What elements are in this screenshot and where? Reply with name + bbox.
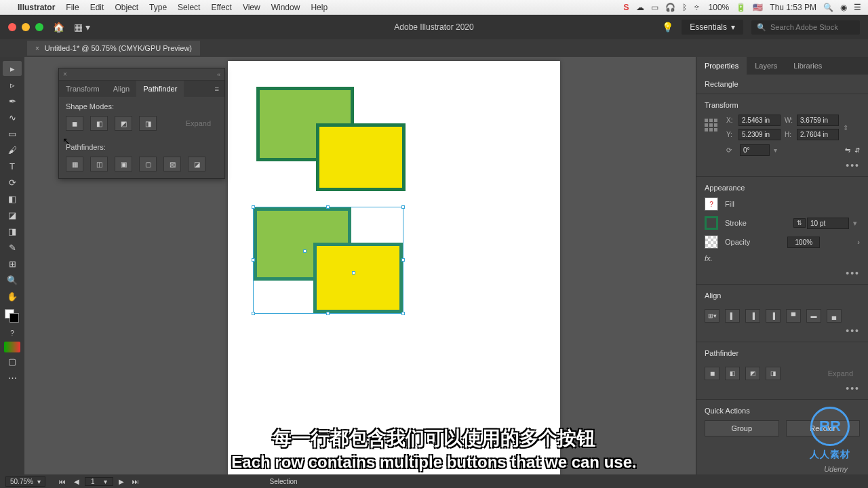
fill-swatch[interactable]: ? xyxy=(705,197,718,211)
shape-builder-tool[interactable]: ◧ xyxy=(3,191,22,206)
transform-more-icon[interactable]: ••• xyxy=(705,160,860,171)
rotate-dropdown-icon[interactable]: ▾ xyxy=(774,146,777,154)
document-tab[interactable]: × Untitled-1* @ 50.75% (CMYK/GPU Preview… xyxy=(27,41,200,56)
eraser-tool[interactable]: ◪ xyxy=(3,207,22,222)
align-top-button[interactable]: ▀ xyxy=(786,309,801,323)
menu-help[interactable]: Help xyxy=(305,3,333,12)
intersect-button[interactable]: ◩ xyxy=(115,116,132,131)
artboard-tool[interactable]: ⊞ xyxy=(3,256,22,271)
panel-menu-icon[interactable]: ≡ xyxy=(210,81,224,97)
eyedropper-tool[interactable]: ✎ xyxy=(3,240,22,255)
nav-prev-icon[interactable]: ◀ xyxy=(71,478,82,485)
align-bottom-button[interactable]: ▄ xyxy=(827,309,842,323)
minus-back-button[interactable]: ◪ xyxy=(188,157,205,171)
tab-pathfinder[interactable]: Pathfinder xyxy=(136,81,184,97)
stroke-dropdown-icon[interactable]: ▾ xyxy=(850,219,860,228)
home-icon[interactable]: 🏠 xyxy=(53,22,64,33)
outline-button[interactable]: ▨ xyxy=(163,157,181,171)
align-mode-icon[interactable]: ⊞▾ xyxy=(705,309,719,323)
arrange-docs-icon[interactable]: ▦ ▾ xyxy=(74,22,90,33)
panel-collapse-icon[interactable]: « xyxy=(217,71,220,78)
spotlight-icon[interactable]: 🔍 xyxy=(823,3,833,12)
stroke-swatch[interactable] xyxy=(705,216,718,230)
transform-w-input[interactable] xyxy=(797,115,839,126)
align-left-button[interactable]: ▌ xyxy=(725,309,740,323)
siri-icon[interactable]: ◉ xyxy=(840,3,847,12)
reference-point-icon[interactable] xyxy=(705,119,722,136)
rectangle-tool[interactable]: ▭ xyxy=(3,126,22,141)
tab-properties[interactable]: Properties xyxy=(696,57,747,75)
menu-type[interactable]: Type xyxy=(144,3,172,12)
align-more-icon[interactable]: ••• xyxy=(705,325,860,336)
fx-label[interactable]: fx. xyxy=(705,254,713,262)
curvature-tool[interactable]: ∿ xyxy=(3,110,22,125)
divide-button[interactable]: ▦ xyxy=(66,157,83,171)
nav-last-icon[interactable]: ⏭ xyxy=(130,478,142,485)
hand-tool[interactable]: ✋ xyxy=(3,289,22,304)
rp-minus-front-button[interactable]: ◧ xyxy=(725,367,740,380)
menu-view[interactable]: View xyxy=(237,3,266,12)
rp-exclude-button[interactable]: ◨ xyxy=(766,367,781,380)
trim-button[interactable]: ◫ xyxy=(90,157,108,171)
tab-align[interactable]: Align xyxy=(106,81,136,97)
transform-y-input[interactable] xyxy=(738,129,781,140)
pathfinder-more-icon[interactable]: ••• xyxy=(705,383,860,394)
zoom-select[interactable]: 50.75%▾ xyxy=(5,476,45,487)
tab-libraries[interactable]: Libraries xyxy=(785,57,830,75)
canvas-area[interactable]: ×« Transform Align Pathfinder ≡ Shape Mo… xyxy=(24,57,696,474)
menu-effect[interactable]: Effect xyxy=(205,3,237,12)
menu-edit[interactable]: Edit xyxy=(85,3,110,12)
artboard-number-select[interactable]: 1▾ xyxy=(85,477,114,486)
stroke-stepper-icon[interactable]: ⇅ xyxy=(793,218,806,228)
screen-mode-icon[interactable]: ▢ xyxy=(3,354,22,369)
notification-icon[interactable]: ☰ xyxy=(854,3,861,12)
tab-transform[interactable]: Transform xyxy=(59,81,106,97)
menu-object[interactable]: Object xyxy=(109,3,144,12)
rp-intersect-button[interactable]: ◩ xyxy=(745,367,760,380)
appearance-more-icon[interactable]: ••• xyxy=(705,268,860,279)
stroke-weight-input[interactable]: 10 pt xyxy=(807,218,849,229)
align-hcenter-button[interactable]: ▐ xyxy=(745,309,760,323)
selection-tool[interactable]: ▸ xyxy=(3,61,22,76)
artboard-nav[interactable]: ⏮ ◀ 1▾ ▶ ⏭ xyxy=(56,477,142,486)
unite-button[interactable]: ◼ xyxy=(66,116,83,131)
minus-front-button[interactable]: ◧ xyxy=(90,116,108,131)
nav-first-icon[interactable]: ⏮ xyxy=(56,478,68,485)
edit-tools-icon[interactable]: ⋯ xyxy=(3,370,22,385)
window-controls[interactable] xyxy=(8,23,43,31)
paintbrush-tool[interactable]: 🖌 xyxy=(3,142,22,157)
transform-h-input[interactable] xyxy=(797,129,839,140)
exclude-button[interactable]: ◨ xyxy=(139,116,157,131)
group-button[interactable]: Group xyxy=(705,420,779,436)
transform-x-input[interactable] xyxy=(738,115,781,126)
workspace-switcher[interactable]: Essentials▾ xyxy=(682,20,743,35)
search-stock-input[interactable]: 🔍Search Adobe Stock xyxy=(751,20,860,35)
menu-file[interactable]: File xyxy=(60,3,84,12)
zoom-tool[interactable]: 🔍 xyxy=(3,272,22,287)
crop-button[interactable]: ▢ xyxy=(139,157,157,171)
panel-close-icon[interactable]: × xyxy=(63,70,67,78)
flip-v-icon[interactable]: ⇵ xyxy=(854,146,860,154)
merge-button[interactable]: ▣ xyxy=(115,157,132,171)
opacity-swatch[interactable] xyxy=(705,235,718,249)
draw-mode-icon[interactable] xyxy=(4,342,20,352)
tab-layers[interactable]: Layers xyxy=(747,57,785,75)
rotate-input[interactable] xyxy=(740,144,770,156)
search-help-icon[interactable]: 💡 xyxy=(662,22,673,33)
flip-h-icon[interactable]: ⇋ xyxy=(845,146,850,154)
panel-titlebar[interactable]: ×« xyxy=(59,68,224,81)
constrain-proportions-icon[interactable]: ⇕ xyxy=(843,124,848,131)
align-vcenter-button[interactable]: ▬ xyxy=(806,309,821,323)
menu-window[interactable]: Window xyxy=(266,3,306,12)
pen-tool[interactable]: ✒ xyxy=(3,94,22,108)
opacity-more-icon[interactable]: › xyxy=(857,238,860,246)
close-tab-icon[interactable]: × xyxy=(35,45,39,52)
opacity-input[interactable]: 100% xyxy=(787,237,820,248)
menu-select[interactable]: Select xyxy=(172,3,205,12)
edit-toolbar-icon[interactable]: ? xyxy=(3,325,22,340)
gradient-tool[interactable]: ◨ xyxy=(3,224,22,239)
direct-selection-tool[interactable]: ▹ xyxy=(3,77,22,92)
align-right-button[interactable]: ▐ xyxy=(766,309,781,323)
type-tool[interactable]: T xyxy=(3,159,22,174)
fill-stroke-swatch[interactable] xyxy=(3,308,22,324)
